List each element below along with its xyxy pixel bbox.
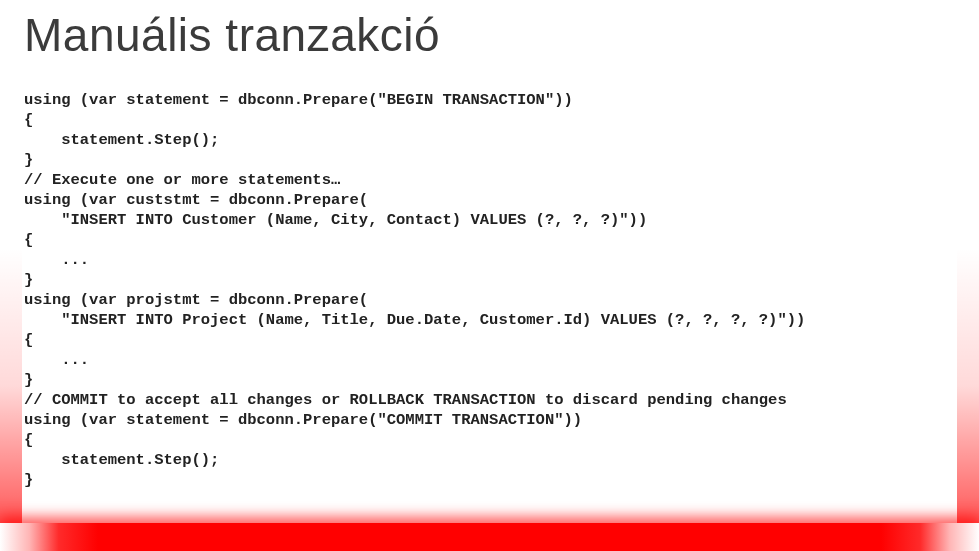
presentation-slide: Manuális tranzakció using (var statement… <box>0 0 979 551</box>
code-line: statement.Step(); <box>24 131 219 149</box>
code-line: using (var statement = dbconn.Prepare("C… <box>24 411 582 429</box>
code-line: } <box>24 271 33 289</box>
code-line: } <box>24 151 33 169</box>
code-line: // COMMIT to accept all changes or ROLLB… <box>24 391 787 409</box>
code-line: { <box>24 331 33 349</box>
code-line: { <box>24 231 33 249</box>
code-line: "INSERT INTO Customer (Name, City, Conta… <box>24 211 647 229</box>
code-line: statement.Step(); <box>24 451 219 469</box>
code-line: using (var projstmt = dbconn.Prepare( <box>24 291 368 309</box>
bottom-accent-bar <box>0 523 979 551</box>
code-line: using (var statement = dbconn.Prepare("B… <box>24 91 573 109</box>
code-line: ... <box>24 251 89 269</box>
code-line: { <box>24 111 33 129</box>
slide-title: Manuális tranzakció <box>24 8 440 62</box>
code-line: { <box>24 431 33 449</box>
code-line: // Execute one or more statements… <box>24 171 340 189</box>
code-line: } <box>24 371 33 389</box>
code-block: using (var statement = dbconn.Prepare("B… <box>24 90 955 490</box>
code-line: "INSERT INTO Project (Name, Title, Due.D… <box>24 311 805 329</box>
right-edge-glow <box>957 0 979 551</box>
code-line: ... <box>24 351 89 369</box>
code-line: } <box>24 471 33 489</box>
code-line: using (var custstmt = dbconn.Prepare( <box>24 191 368 209</box>
left-edge-glow <box>0 0 22 551</box>
